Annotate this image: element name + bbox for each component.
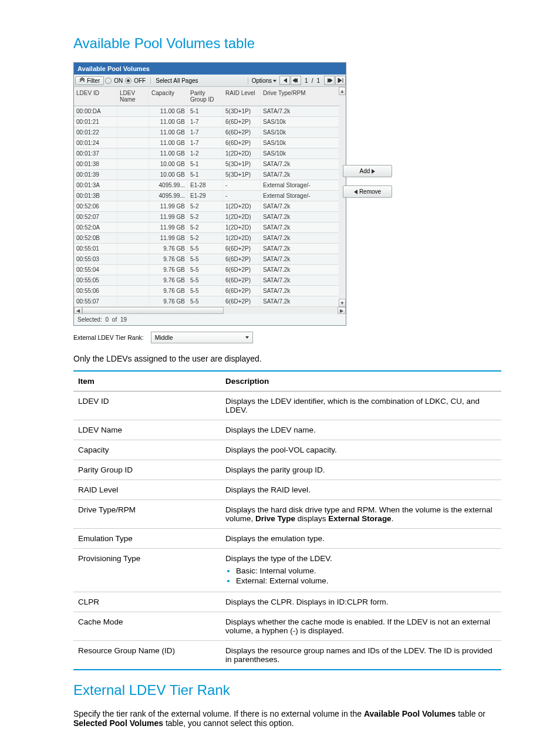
cell-ldev-name <box>117 127 149 137</box>
col-ldev-id[interactable]: LDEV ID <box>74 87 117 106</box>
desc-item: Capacity <box>73 440 221 460</box>
cell-raid: 5(3D+1P) <box>223 170 261 180</box>
cell-drive: External Storage/- <box>261 191 325 201</box>
filter-button[interactable]: Filter <box>75 76 104 85</box>
table-row[interactable]: 00:01:3711.00 GB1-21(2D+2D)SAS/10k <box>74 148 339 159</box>
desc-row: Parity Group IDDisplays the parity group… <box>73 460 501 480</box>
table-row[interactable]: 00:01:2411.00 GB1-76(6D+2P)SAS/10k <box>74 138 339 148</box>
cell-raid: 5(3D+1P) <box>223 106 261 116</box>
list-item: External: External volume. <box>236 576 497 585</box>
cell-drive: SATA/7.2k <box>261 222 325 232</box>
table-row[interactable]: 00:52:0B11.99 GB5-21(2D+2D)SATA/7.2k <box>74 233 339 244</box>
panel-title: Available Pool Volumes <box>74 63 346 75</box>
cell-capacity: 4095.99... <box>149 191 188 201</box>
page-prev-button[interactable] <box>291 76 301 85</box>
table-row[interactable]: 00:52:0A11.99 GB5-21(2D+2D)SATA/7.2k <box>74 222 339 233</box>
dropdown-arrow-icon <box>273 80 276 82</box>
cell-raid: 6(6D+2P) <box>223 275 261 285</box>
desc-text: Displays the RAID level. <box>221 480 501 500</box>
desc-item: Resource Group Name (ID) <box>73 641 221 670</box>
col-drive-type[interactable]: Drive Type/RPM <box>261 87 325 106</box>
remove-button[interactable]: Remove <box>343 185 392 198</box>
cell-ldev-id: 00:00:DA <box>74 106 117 116</box>
add-button[interactable]: Add <box>343 165 392 177</box>
table-row[interactable]: 00:01:3A4095.99...E1-28-External Storage… <box>74 180 339 191</box>
table-row[interactable]: 00:55:079.76 GB5-56(6D+2P)SATA/7.2k <box>74 296 339 307</box>
desc-item: Parity Group ID <box>73 460 221 480</box>
cell-ldev-name <box>117 244 149 254</box>
cell-ldev-id: 00:55:05 <box>74 275 117 285</box>
cell-drive: SAS/10k <box>261 127 325 137</box>
table-row[interactable]: 00:01:3810.00 GB5-15(3D+1P)SATA/7.2k <box>74 159 339 170</box>
table-row[interactable]: 00:01:3B4095.99...E1-29-External Storage… <box>74 191 339 201</box>
desc-item: CLPR <box>73 592 221 612</box>
cell-parity-group: 5-2 <box>188 222 223 232</box>
table-row[interactable]: 00:52:0711.99 GB5-21(2D+2D)SATA/7.2k <box>74 212 339 222</box>
table-row[interactable]: 00:52:0611.99 GB5-21(2D+2D)SATA/7.2k <box>74 201 339 212</box>
options-button[interactable]: Options <box>248 77 279 84</box>
filter-off-radio[interactable] <box>125 77 131 84</box>
cell-ldev-name <box>117 212 149 222</box>
table-row[interactable]: 00:55:019.76 GB5-56(6D+2P)SATA/7.2k <box>74 244 339 254</box>
table-row[interactable]: 00:01:2211.00 GB1-76(6D+2P)SAS/10k <box>74 127 339 138</box>
table-row[interactable]: 00:01:2111.00 GB1-76(6D+2P)SAS/10k <box>74 117 339 127</box>
table-row[interactable]: 00:01:3910.00 GB5-15(3D+1P)SATA/7.2k <box>74 170 339 180</box>
cell-capacity: 9.76 GB <box>149 244 188 254</box>
cell-raid: 6(6D+2P) <box>223 117 261 127</box>
desc-row: CLPRDisplays the CLPR. Displays in ID:CL… <box>73 592 501 612</box>
cell-drive: SAS/10k <box>261 138 325 148</box>
status-bar: Selected: 0 of 19 <box>74 314 346 325</box>
select-all-pages-button[interactable]: Select All Pages <box>150 77 200 84</box>
filter-on-radio[interactable] <box>105 77 112 84</box>
scroll-up-icon[interactable]: ▲ <box>339 87 346 95</box>
table-row[interactable]: 00:55:049.76 GB5-56(6D+2P)SATA/7.2k <box>74 265 339 275</box>
scroll-right-icon[interactable]: ▶ <box>338 307 346 314</box>
chevron-right-icon <box>372 169 375 174</box>
desc-text: Displays the type of the LDEV.Basic: Int… <box>221 549 501 592</box>
page-last-button[interactable] <box>335 76 346 85</box>
scroll-left-icon[interactable]: ◀ <box>74 307 82 314</box>
list-item: Basic: Internal volume. <box>236 566 497 575</box>
cell-raid: 6(6D+2P) <box>223 265 261 275</box>
cell-ldev-name <box>117 159 149 169</box>
cell-ldev-name <box>117 170 149 180</box>
tier-rank-select[interactable]: Middle <box>151 332 253 343</box>
cell-capacity: 9.76 GB <box>149 296 188 306</box>
desc-row: LDEV IDDisplays the LDEV identifier, whi… <box>73 391 501 420</box>
cell-drive: SATA/7.2k <box>261 265 325 275</box>
scroll-thumb[interactable] <box>82 307 224 314</box>
cell-ldev-name <box>117 275 149 285</box>
desc-text: Displays whether the cache mode is enabl… <box>221 612 501 641</box>
cell-parity-group: 1-2 <box>188 148 223 158</box>
cell-parity-group: 5-5 <box>188 275 223 285</box>
body-text-tier-rank: Specify the tier rank of the external vo… <box>73 709 501 728</box>
section-heading-available-pool-volumes: Available Pool Volumes table <box>73 35 501 52</box>
col-ldev-name[interactable]: LDEV Name <box>117 87 149 106</box>
col-raid-level[interactable]: RAID Level <box>223 87 261 106</box>
table-row[interactable]: 00:55:039.76 GB5-56(6D+2P)SATA/7.2k <box>74 254 339 265</box>
table-row[interactable]: 00:55:059.76 GB5-56(6D+2P)SATA/7.2k <box>74 275 339 286</box>
section-heading-external-ldev-tier-rank: External LDEV Tier Rank <box>73 682 501 698</box>
chevron-up-icon <box>79 77 85 83</box>
page-first-button[interactable] <box>279 76 290 85</box>
table-row[interactable]: 00:55:069.76 GB5-56(6D+2P)SATA/7.2k <box>74 286 339 296</box>
cell-ldev-id: 00:01:37 <box>74 148 117 158</box>
cell-capacity: 11.00 GB <box>149 148 188 158</box>
desc-item: Emulation Type <box>73 529 221 549</box>
cell-ldev-name <box>117 286 149 296</box>
cell-ldev-name <box>117 180 149 190</box>
desc-text: Displays the CLPR. Displays in ID:CLPR f… <box>221 592 501 612</box>
scroll-down-icon[interactable]: ▼ <box>339 299 346 307</box>
horizontal-scrollbar[interactable]: ◀ ▶ <box>74 307 346 314</box>
desc-row: Resource Group Name (ID)Displays the res… <box>73 641 501 670</box>
data-grid: LDEV ID LDEV Name Capacity Parity Group … <box>74 87 339 307</box>
cell-ldev-name <box>117 296 149 306</box>
page-next-button[interactable] <box>324 76 335 85</box>
cell-ldev-id: 00:01:22 <box>74 127 117 137</box>
desc-text: Displays the pool-VOL capacity. <box>221 440 501 460</box>
col-capacity[interactable]: Capacity <box>149 87 188 106</box>
cell-parity-group: 1-7 <box>188 127 223 137</box>
col-parity-group[interactable]: Parity Group ID <box>188 87 223 106</box>
table-row[interactable]: 00:00:DA11.00 GB5-15(3D+1P)SATA/7.2k <box>74 106 339 117</box>
cell-ldev-name <box>117 222 149 232</box>
